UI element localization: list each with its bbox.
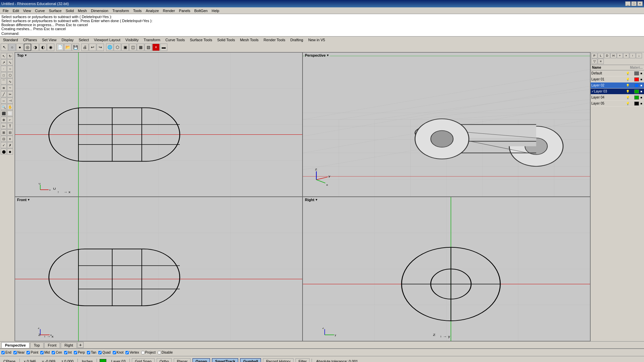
rp-layers-icon[interactable]: P (591, 53, 597, 58)
tab-select[interactable]: Select (76, 37, 92, 43)
viewport-right-label[interactable]: Right ▼ (304, 198, 319, 202)
tab-solid-tools[interactable]: Solid Tools (215, 37, 237, 43)
tb-redo-icon[interactable]: ↪ (97, 44, 104, 51)
lt-arc-icon[interactable]: ⌒ (1, 78, 7, 84)
snap-near-checkbox[interactable] (13, 351, 17, 354)
tb-rendered-icon[interactable]: ▣ (121, 44, 129, 51)
lt-text-icon[interactable]: T (7, 123, 13, 129)
viewport-perspective-label[interactable]: Perspective ▼ (304, 53, 330, 57)
menu-help[interactable]: Help (210, 8, 221, 13)
snap-perp[interactable]: Perp (74, 351, 85, 354)
snap-vertex[interactable]: Vertex (125, 351, 139, 354)
tb-mode6-icon[interactable]: × (152, 44, 160, 51)
rp-delete-layer-icon[interactable]: × (623, 53, 629, 58)
tb-sphere-wire2-icon[interactable]: ◎ (24, 44, 31, 51)
layer-02-lock-icon[interactable] (630, 83, 634, 87)
status-osnap-button[interactable]: Osnap (193, 358, 210, 362)
menu-mesh[interactable]: Mesh (76, 8, 89, 13)
layer-02-color[interactable] (634, 83, 639, 87)
lt-move-icon[interactable]: ↗ (1, 59, 7, 65)
vp-tab-perspective[interactable]: Perspective (1, 342, 30, 348)
rp-filter-icon[interactable]: ▽ (591, 59, 597, 64)
tb-sphere-icon[interactable]: ● (16, 44, 23, 51)
snap-end[interactable]: End (1, 351, 11, 354)
vp-tab-add-button[interactable]: + (77, 342, 84, 348)
lt-dim-icon[interactable]: ⊢ (1, 123, 7, 129)
tb-print-icon[interactable]: 🖨 (81, 44, 89, 51)
lt-layer-icon[interactable]: ≡ (7, 136, 13, 142)
viewport-perspective[interactable]: Perspective ▼ (303, 52, 590, 197)
layer-03-visible-icon[interactable]: 💡 (626, 89, 630, 94)
lt-curve-icon[interactable]: ∿ (7, 78, 13, 84)
menu-tools[interactable]: Tools (131, 8, 144, 13)
tab-mesh-tools[interactable]: Mesh Tools (237, 37, 261, 43)
status-filter-button[interactable]: Filter (296, 358, 310, 362)
tab-standard[interactable]: Standard (1, 37, 20, 43)
snap-vertex-checkbox[interactable] (125, 351, 129, 354)
tab-set-view[interactable]: Set View (40, 37, 59, 43)
lt-trim-icon[interactable]: ✂ (7, 91, 13, 97)
snap-disable-checkbox[interactable] (158, 351, 161, 354)
snap-disable[interactable]: Disable (158, 351, 173, 354)
rp-extra-icon[interactable]: ≡ (598, 59, 604, 64)
viewport-right-arrow[interactable]: ▼ (315, 198, 318, 201)
snap-project[interactable]: Project (141, 351, 156, 354)
tb-globe-icon[interactable]: 🌐 (106, 44, 113, 51)
tab-viewport-layout[interactable]: Viewport Layout (92, 37, 123, 43)
vp-tab-top[interactable]: Top (30, 342, 44, 348)
vp-tab-front[interactable]: Front (44, 342, 60, 348)
layer-05-color[interactable] (634, 102, 639, 106)
tb-mode5-icon[interactable]: ▧ (145, 44, 152, 51)
tab-cplanes[interactable]: CPlanes (21, 37, 40, 43)
tb-xray-icon[interactable]: ◉ (47, 44, 54, 51)
snap-knot-checkbox[interactable] (113, 351, 116, 354)
snap-point-checkbox[interactable] (26, 351, 30, 354)
viewport-top[interactable]: Top ▼ (15, 52, 303, 197)
layer-04-color[interactable] (634, 96, 639, 100)
lt-3d-icon[interactable]: ⬛ (1, 110, 7, 116)
layer-01[interactable]: Layer 01 💡 ■ (591, 76, 644, 82)
tab-new-in-v5[interactable]: New in V5 (306, 37, 327, 43)
tb-mode7-icon[interactable]: ▬ (160, 44, 167, 51)
tb-mode3-icon[interactable]: ◫ (129, 44, 137, 51)
snap-quad[interactable]: Quad (98, 351, 110, 354)
lt-check-icon[interactable]: ✓ (1, 142, 7, 148)
lt-zoom-icon[interactable]: 🔍 (1, 104, 7, 110)
layer-default-lock-icon[interactable] (630, 71, 634, 75)
tb-undo-icon[interactable]: ↩ (89, 44, 96, 51)
rp-display-icon[interactable]: D (604, 53, 610, 58)
tb-ghost-icon[interactable]: ◐ (39, 44, 47, 51)
viewport-top-label[interactable]: Top ▼ (16, 53, 28, 57)
snap-near[interactable]: Near (13, 351, 25, 354)
lt-split-icon[interactable]: ⊣ (7, 98, 13, 104)
maximize-button[interactable]: □ (631, 1, 637, 6)
vp-tab-right[interactable]: Right (61, 342, 77, 348)
tb-save-icon[interactable]: 💾 (72, 44, 79, 51)
rp-properties-icon[interactable]: L (598, 53, 604, 58)
snap-int[interactable]: Int (64, 351, 72, 354)
tab-transform[interactable]: Transform (141, 37, 163, 43)
menu-boltgen[interactable]: BoltGen (192, 8, 210, 13)
tab-drafting[interactable]: Drafting (288, 37, 306, 43)
layer-01-visible-icon[interactable]: 💡 (626, 77, 630, 81)
menu-transform[interactable]: Transform (110, 8, 131, 13)
menu-file[interactable]: File (1, 8, 11, 13)
snap-perp-checkbox[interactable] (74, 351, 77, 354)
command-input[interactable] (20, 32, 643, 36)
lt-spline-icon[interactable]: ~ (7, 85, 13, 91)
tab-render-tools[interactable]: Render Tools (261, 37, 288, 43)
rp-new-layer-icon[interactable]: + (617, 53, 623, 58)
snap-mid-checkbox[interactable] (40, 351, 44, 354)
lt-misc1-icon[interactable]: ⬤ (1, 148, 7, 155)
status-ortho-button[interactable]: Ortho (157, 358, 172, 362)
lt-arrow-icon[interactable]: ↖ (1, 53, 7, 59)
menu-surface[interactable]: Surface (47, 8, 64, 13)
menu-render[interactable]: Render (161, 8, 177, 13)
lt-circle-icon[interactable]: ○ (7, 66, 13, 72)
lt-osnap-icon[interactable]: ⊡ (1, 136, 7, 142)
rp-help-icon[interactable]: H (610, 53, 616, 58)
minimize-button[interactable]: _ (625, 1, 631, 6)
tb-circle-wire-icon[interactable]: ○ (8, 44, 16, 51)
menu-analyze[interactable]: Analyze (144, 8, 161, 13)
layer-05-lock-icon[interactable] (630, 102, 634, 106)
